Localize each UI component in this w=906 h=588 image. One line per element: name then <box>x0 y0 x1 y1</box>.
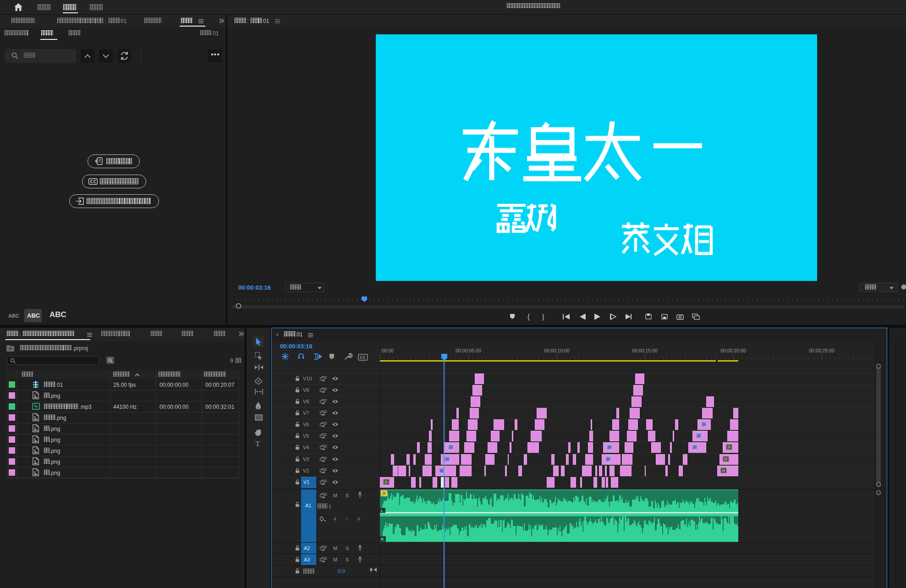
svg-text:R: R <box>381 537 384 542</box>
svg-text:L: L <box>381 508 383 513</box>
